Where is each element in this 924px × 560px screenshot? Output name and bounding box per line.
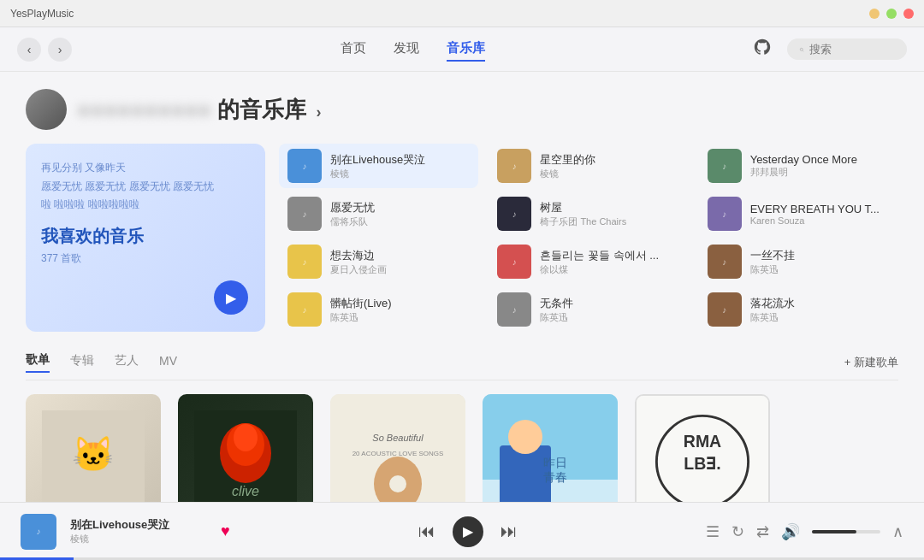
song-thumbnail: ♪ [287,149,322,183]
search-icon [799,44,804,56]
prev-button[interactable]: ⏮ [418,522,435,541]
song-info: 髒帖街(Live) 陈英迅 [330,296,470,324]
search-box[interactable] [787,38,907,60]
play-pause-button[interactable]: ▶ [453,516,483,547]
songs-grid: ♪ 别在Livehouse哭泣 棱镜 ♪ 星空里的你 棱镜 ♪ [279,144,898,332]
player-info: 别在Livehouse哭泣 棱镜 [70,517,207,545]
player-extra: ☰ ↻ ⇄ 🔊 ∧ [706,522,903,541]
next-button[interactable]: ⏭ [500,522,518,541]
playlist-cover: clive [178,394,313,502]
nav-right [753,38,907,62]
playlist-card[interactable]: 🐱 猫乐队合集 [26,394,161,502]
svg-text:青春: 青春 [543,470,567,484]
queue-button[interactable]: ☰ [706,522,720,541]
list-item[interactable]: ♪ 髒帖街(Live) 陈英迅 [279,287,478,332]
playlist-grid: 🐱 猫乐队合集 clive clive [26,394,898,502]
back-button[interactable]: ‹ [17,38,41,62]
svg-text:20 ACOUSTIC LOVE SONGS: 20 ACOUSTIC LOVE SONGS [352,450,444,457]
nav-home[interactable]: 首页 [341,37,366,62]
search-input[interactable] [809,43,895,56]
song-info: 想去海边 夏日入侵企画 [330,248,470,276]
svg-text:昨日: 昨日 [543,456,567,469]
playlist-card[interactable]: 昨日 青春 昨日青春 [483,394,618,502]
volume-fill [812,530,856,533]
svg-text:So Beautiful: So Beautiful [372,433,424,443]
liked-count: 377 首歌 [41,251,250,266]
song-thumbnail: ♪ [497,197,531,231]
navbar: ‹ › 首页 发现 音乐库 [0,27,924,72]
song-thumbnail: ♪ [708,197,742,231]
song-info: 落花流水 陈英迅 [750,296,890,324]
svg-point-11 [389,475,406,492]
play-liked-button[interactable]: ▶ [214,280,248,315]
nav-arrows: ‹ › [17,38,72,62]
titlebar-controls: — □ ✕ [869,9,914,19]
list-item[interactable]: ♪ EVERY BREATH YOU T... Karen Souza [699,192,898,236]
titlebar: YesPlayMusic — □ ✕ [0,0,924,27]
svg-text:🐱: 🐱 [72,433,115,475]
player-thumbnail: ♪ [21,514,56,550]
list-item[interactable]: ♪ 想去海边 夏日入侵企画 [279,239,478,284]
list-item[interactable]: ♪ 흔들리는 꽃들 속에서 ... 徐以煤 [489,239,688,284]
song-thumbnail: ♪ [287,197,322,231]
nav-library[interactable]: 音乐库 [447,37,485,62]
svg-point-5 [234,424,258,451]
content-area: ●●●●●●●●●● 的音乐库 › 再见分别 又像昨天 愿爱无忧 愿爱无忧 愿爱… [0,72,924,502]
loop-button[interactable]: ↻ [732,522,744,541]
shuffle-button[interactable]: ⇄ [756,522,769,541]
song-info: 无条件 陈英迅 [540,296,679,324]
playlist-cover: 昨日 青春 [483,394,618,502]
app-title: YesPlayMusic [10,8,74,20]
forward-button[interactable]: › [48,38,72,62]
liked-title: 我喜欢的音乐 [41,225,250,248]
lyrics-display: 再见分别 又像昨天 愿爱无忧 愿爱无忧 愿爱无忧 愿爱无忧 啦 啦啦啦 啦啦啦啦… [41,159,250,215]
liked-songs-card[interactable]: 再见分别 又像昨天 愿爱无忧 愿爱无忧 愿爱无忧 愿爱无忧 啦 啦啦啦 啦啦啦啦… [26,144,265,332]
library-header: ●●●●●●●●●● 的音乐库 › [26,72,898,144]
maximize-button[interactable]: □ [886,9,897,19]
app-container: ‹ › 首页 发现 音乐库 [0,27,924,560]
like-button[interactable]: ♥ [221,522,230,540]
playlist-card[interactable]: So Beautiful 20 ACOUSTIC LOVE SONGS So B… [330,394,465,502]
library-title: ●●●●●●●●●● 的音乐库 › [77,95,322,125]
svg-text:LBƎ.: LBƎ. [684,454,720,473]
song-info: 树屋 椅子乐团 The Chairs [540,200,679,228]
list-item[interactable]: ♪ 星空里的你 棱镜 [489,144,688,188]
tab-mv[interactable]: MV [159,354,177,371]
list-item[interactable]: ♪ Yesterday Once More 邦邦晨明 [699,144,898,188]
list-item[interactable]: ♪ 落花流水 陈英迅 [699,287,898,332]
song-info: 星空里的你 棱镜 [540,152,679,180]
playlist-cover: 🐱 [26,394,161,502]
player-bar: ♪ 别在Livehouse哭泣 棱镜 ♥ ⏮ ▶ ⏭ ☰ ↻ ⇄ 🔊 ∧ [0,502,924,560]
playlist-card[interactable]: clive clive [178,394,313,502]
list-item[interactable]: ♪ 树屋 椅子乐团 The Chairs [489,192,688,236]
song-thumbnail: ♪ [708,149,742,183]
github-icon[interactable] [753,38,777,62]
list-item[interactable]: ♪ 一丝不挂 陈英迅 [699,239,898,284]
edit-icon[interactable]: › [317,103,322,121]
song-info: 一丝不挂 陈英迅 [750,248,890,276]
song-info: 别在Livehouse哭泣 棱镜 [330,152,470,180]
minimize-button[interactable]: — [869,9,880,19]
new-playlist-button[interactable]: + 新建歌单 [844,355,898,370]
expand-button[interactable]: ∧ [892,522,903,541]
list-item[interactable]: ♪ 愿爱无忧 儒将乐队 [279,192,478,236]
list-item[interactable]: ♪ 别在Livehouse哭泣 棱镜 [279,144,478,188]
song-thumbnail: ♪ [497,245,531,279]
svg-text:RMA: RMA [684,432,721,451]
tab-playlist[interactable]: 歌单 [26,352,50,373]
song-thumbnail: ♪ [287,245,322,279]
tab-album[interactable]: 专辑 [70,353,94,372]
song-thumbnail: ♪ [708,292,742,327]
song-info: Yesterday Once More 邦邦晨明 [750,153,890,179]
volume-button[interactable]: 🔊 [781,522,800,541]
tab-artist[interactable]: 艺人 [115,353,139,372]
song-thumbnail: ♪ [497,149,531,183]
player-title: 别在Livehouse哭泣 [70,517,207,533]
list-item[interactable]: ♪ 无条件 陈英迅 [489,287,688,332]
song-info: 愿爱无忧 儒将乐队 [330,200,470,228]
playlist-card[interactable]: RMA LBƎ. RMALBE3 [635,394,770,502]
volume-bar[interactable] [812,530,880,533]
close-button[interactable]: ✕ [903,9,914,19]
nav-discover[interactable]: 发现 [394,37,419,62]
player-artist: 棱镜 [70,533,207,545]
